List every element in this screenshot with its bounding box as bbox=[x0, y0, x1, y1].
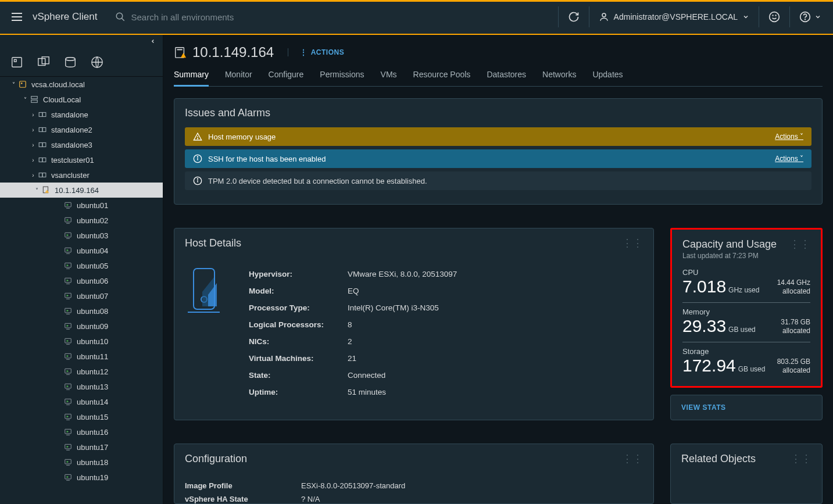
tree-vm-ubuntu18[interactable]: ubuntu18 bbox=[0, 455, 163, 470]
drag-handle-icon[interactable]: ⋮⋮ bbox=[622, 452, 643, 465]
mem-alloc: 31.78 GB bbox=[781, 318, 810, 326]
tree-vcenter[interactable]: ˅vcsa.cloud.local bbox=[0, 77, 163, 92]
tab-updates[interactable]: Updates bbox=[592, 66, 623, 86]
info-icon bbox=[193, 176, 202, 185]
tab-monitor[interactable]: Monitor bbox=[225, 66, 252, 86]
svg-marker-35 bbox=[67, 219, 69, 221]
menu-toggle[interactable] bbox=[7, 8, 27, 26]
tree-cluster-vsancluster[interactable]: ›vsancluster bbox=[0, 167, 163, 183]
vm-icon bbox=[64, 383, 72, 391]
feedback-button[interactable] bbox=[764, 6, 785, 27]
tree-vm-ubuntu03[interactable]: ubuntu03 bbox=[0, 228, 163, 243]
alert-actions[interactable]: Actions ˅ bbox=[775, 155, 803, 163]
tab-vms[interactable]: VMs bbox=[381, 66, 397, 86]
help-button[interactable] bbox=[795, 6, 826, 27]
configuration-panel: Configuration ⋮⋮ Image Profile ESXi-8.0.… bbox=[174, 444, 654, 504]
val-logical-proc: 8 bbox=[348, 316, 643, 333]
actions-menu[interactable]: ⋮ACTIONS bbox=[288, 48, 344, 56]
view-stats-link[interactable]: VIEW STATS bbox=[671, 395, 822, 420]
label-logical-proc: Logical Processors: bbox=[249, 316, 348, 333]
svg-marker-50 bbox=[67, 295, 69, 297]
tree-label: ubuntu01 bbox=[77, 201, 108, 210]
vm-icon bbox=[64, 443, 72, 451]
svg-marker-32 bbox=[67, 204, 69, 206]
refresh-button[interactable] bbox=[563, 6, 584, 27]
tree-vm-ubuntu08[interactable]: ubuntu08 bbox=[0, 303, 163, 319]
svg-marker-89 bbox=[181, 53, 186, 58]
svg-marker-86 bbox=[67, 476, 69, 478]
tree-label: testcluster01 bbox=[51, 156, 94, 165]
search-placeholder: Search in all environments bbox=[131, 12, 234, 22]
tree-vm-ubuntu06[interactable]: ubuntu06 bbox=[0, 273, 163, 288]
mem-used: 29.33 bbox=[682, 316, 726, 335]
tree-vm-ubuntu01[interactable]: ubuntu01 bbox=[0, 198, 163, 213]
global-search[interactable]: Search in all environments bbox=[115, 12, 234, 22]
tree-vm-ubuntu10[interactable]: ubuntu10 bbox=[0, 334, 163, 349]
svg-point-4 bbox=[773, 15, 773, 16]
drag-handle-icon[interactable]: ⋮⋮ bbox=[789, 238, 810, 251]
tree-vm-ubuntu16[interactable]: ubuntu16 bbox=[0, 424, 163, 439]
sidebar-collapse[interactable] bbox=[0, 35, 163, 48]
svg-point-7 bbox=[805, 19, 806, 20]
tree-vm-ubuntu14[interactable]: ubuntu14 bbox=[0, 394, 163, 409]
tab-summary[interactable]: Summary bbox=[174, 66, 209, 87]
hosts-tab-icon[interactable] bbox=[10, 56, 23, 69]
user-menu[interactable]: Administrator@VSPHERE.LOCAL bbox=[594, 7, 754, 27]
tree-datacenter[interactable]: ˅CloudLocal bbox=[0, 92, 163, 107]
tree-vm-ubuntu07[interactable]: ubuntu07 bbox=[0, 288, 163, 303]
vm-icon bbox=[64, 458, 72, 466]
sto-alloc: 803.25 GB bbox=[777, 358, 810, 366]
tree-vm-ubuntu13[interactable]: ubuntu13 bbox=[0, 379, 163, 394]
tree-cluster-testcluster01[interactable]: ›testcluster01 bbox=[0, 152, 163, 167]
tree-vm-ubuntu17[interactable]: ubuntu17 bbox=[0, 439, 163, 455]
svg-marker-29 bbox=[45, 190, 49, 192]
svg-rect-27 bbox=[42, 173, 46, 177]
tree-vm-ubuntu09[interactable]: ubuntu09 bbox=[0, 319, 163, 334]
tab-networks[interactable]: Networks bbox=[542, 66, 576, 86]
alert-item[interactable]: TPM 2.0 device detected but a connection… bbox=[185, 171, 811, 190]
svg-marker-53 bbox=[67, 310, 69, 312]
tree-cluster-standalone[interactable]: ›standalone bbox=[0, 107, 163, 122]
vm-icon bbox=[64, 246, 72, 255]
tree-label: standalone3 bbox=[51, 141, 92, 149]
tree-label: ubuntu04 bbox=[77, 246, 108, 255]
tree-vm-ubuntu02[interactable]: ubuntu02 bbox=[0, 213, 163, 228]
tree-vm-ubuntu05[interactable]: ubuntu05 bbox=[0, 258, 163, 273]
tree-label: CloudLocal bbox=[43, 95, 81, 104]
tab-permissions[interactable]: Permissions bbox=[320, 66, 364, 86]
alert-text: SSH for the host has been enabled bbox=[208, 155, 326, 163]
vms-tab-icon[interactable] bbox=[37, 56, 50, 69]
tree-host-selected[interactable]: ˅10.1.149.164 bbox=[0, 183, 163, 198]
tree-vm-ubuntu15[interactable]: ubuntu15 bbox=[0, 409, 163, 424]
tree-vm-ubuntu04[interactable]: ubuntu04 bbox=[0, 243, 163, 258]
tree-vm-ubuntu12[interactable]: ubuntu12 bbox=[0, 364, 163, 379]
network-tab-icon[interactable] bbox=[91, 56, 103, 69]
storage-tab-icon[interactable] bbox=[64, 56, 77, 69]
alert-item[interactable]: SSH for the host has been enabledActions… bbox=[185, 149, 811, 168]
tree-cluster-standalone3[interactable]: ›standalone3 bbox=[0, 137, 163, 152]
val-vms: 21 bbox=[348, 350, 643, 367]
vm-icon bbox=[64, 277, 72, 285]
tab-datastores[interactable]: Datastores bbox=[487, 66, 526, 86]
label-hypervisor: Hypervisor: bbox=[249, 266, 348, 283]
drag-handle-icon[interactable]: ⋮⋮ bbox=[791, 452, 811, 465]
alert-actions[interactable]: Actions ˅ bbox=[775, 133, 803, 141]
tree-vm-ubuntu11[interactable]: ubuntu11 bbox=[0, 349, 163, 364]
label-ha-state: vSphere HA State bbox=[185, 495, 289, 503]
host-illustration bbox=[185, 266, 249, 401]
app-title: vSphere Client bbox=[33, 11, 98, 23]
svg-marker-59 bbox=[67, 340, 69, 342]
tree-cluster-standalone2[interactable]: ›standalone2 bbox=[0, 122, 163, 137]
tab-resource-pools[interactable]: Resource Pools bbox=[413, 66, 471, 86]
inventory-tree[interactable]: ˅vcsa.cloud.local˅CloudLocal›standalone›… bbox=[0, 77, 163, 504]
host-details-title: Host Details bbox=[185, 237, 241, 249]
tab-configure[interactable]: Configure bbox=[269, 66, 304, 86]
tree-label: 10.1.149.164 bbox=[55, 186, 99, 195]
svg-marker-68 bbox=[67, 385, 69, 388]
warning-icon bbox=[193, 132, 202, 141]
tree-vm-ubuntu19[interactable]: ubuntu19 bbox=[0, 470, 163, 485]
tree-label: ubuntu12 bbox=[77, 367, 108, 376]
vm-icon bbox=[64, 367, 72, 376]
alert-item[interactable]: Host memory usageActions ˅ bbox=[185, 127, 811, 146]
drag-handle-icon[interactable]: ⋮⋮ bbox=[622, 237, 643, 249]
